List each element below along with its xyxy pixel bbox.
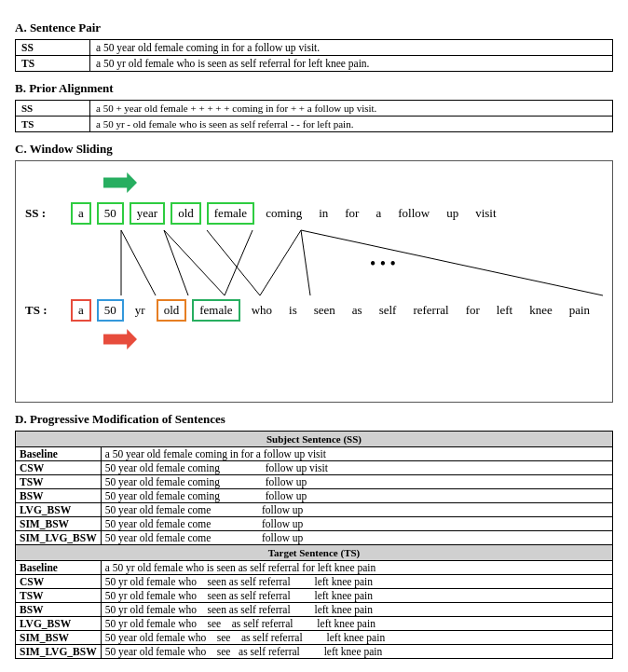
ts-token-is: is xyxy=(283,301,303,320)
ts-bsw-text: 50 yr old female who seen as self referr… xyxy=(101,603,612,617)
ss-align-text: a 50 + year old female + + + + + coming … xyxy=(90,101,613,117)
csw-ss-text: 50 year old female coming follow up visi… xyxy=(101,461,612,475)
ss-text: a 50 year old female coming in for a fol… xyxy=(90,40,613,56)
ss-header-row: Subject Sentence (SS) xyxy=(16,432,613,447)
sentence-pair-table: SS a 50 year old female coming in for a … xyxy=(15,39,613,72)
green-arrow-top xyxy=(100,172,603,197)
section-c-title: C. Window Sliding xyxy=(15,142,613,157)
ts-baseline-text: a 50 yr old female who is seen as self r… xyxy=(101,561,612,575)
ts-header-row: Target Sentence (TS) xyxy=(16,545,613,561)
table-row: TS a 50 yr - old female who is seen as s… xyxy=(16,117,613,132)
lines-svg: • • • xyxy=(25,230,603,295)
svg-line-5 xyxy=(225,230,253,295)
red-arrow-bottom xyxy=(100,329,603,353)
table-row: Baseline a 50 yr old female who is seen … xyxy=(16,561,613,575)
bsw-label: BSW xyxy=(16,489,102,503)
ts-csw-label: CSW xyxy=(16,575,102,589)
table-row: LVG_BSW 50 yr old female who see as self… xyxy=(16,617,613,631)
svg-line-3 xyxy=(164,230,225,295)
table-row: TSW 50 year old female coming follow up xyxy=(16,475,613,489)
ts-lvg-bsw-label: LVG_BSW xyxy=(16,617,102,631)
bsw-ss-text: 50 year old female coming follow up xyxy=(101,489,612,503)
ts-align-text: a 50 yr - old female who is seen as self… xyxy=(90,117,613,132)
ss-token-year: year xyxy=(130,202,165,225)
tsw-label: TSW xyxy=(16,475,102,489)
table-row: TS a 50 yr old female who is seen as sel… xyxy=(16,56,613,72)
ts-token-for: for xyxy=(460,301,485,320)
section-a-title: A. Sentence Pair xyxy=(15,21,613,35)
ts-sim-bsw-text: 50 year old female who see as self refer… xyxy=(101,631,612,645)
sim-bsw-label: SIM_BSW xyxy=(16,517,102,531)
svg-line-7 xyxy=(301,230,310,295)
lvg-bsw-label: LVG_BSW xyxy=(16,503,102,517)
ts-label: TS xyxy=(16,56,90,72)
window-sliding-box: SS : a 50 year old female coming in for … xyxy=(15,160,613,403)
ss-row-label: SS : xyxy=(25,206,59,221)
ts-baseline-label: Baseline xyxy=(16,561,102,575)
ts-tsw-text: 50 yr old female who seen as self referr… xyxy=(101,589,612,603)
ts-token-referral: referral xyxy=(407,301,454,320)
ss-token-a: a xyxy=(71,202,91,225)
ts-bsw-label: BSW xyxy=(16,603,102,617)
table-row: BSW 50 year old female coming follow up xyxy=(16,489,613,503)
ts-label: TS xyxy=(16,117,90,132)
ss-token-for: for xyxy=(339,204,364,223)
table-row: SS a 50 + year old female + + + + + comi… xyxy=(16,101,613,117)
ts-token-female: female xyxy=(192,299,239,322)
baseline-ss-text: a 50 year old female coming in for a fol… xyxy=(101,447,612,461)
table-row: CSW 50 yr old female who seen as self re… xyxy=(16,575,613,589)
table-row: TSW 50 yr old female who seen as self re… xyxy=(16,589,613,603)
section-c: C. Window Sliding SS : a 50 year old fem… xyxy=(15,142,613,403)
sim-lvg-bsw-label: SIM_LVG_BSW xyxy=(16,531,102,545)
ts-token-yr: yr xyxy=(130,301,151,320)
lvg-bsw-ss-text: 50 year old female come follow up xyxy=(101,503,612,517)
backward-arrow-icon xyxy=(103,329,137,350)
forward-arrow-icon xyxy=(103,172,137,193)
ts-csw-text: 50 yr old female who seen as self referr… xyxy=(101,575,612,589)
ts-token-who: who xyxy=(246,301,278,320)
prior-alignment-table: SS a 50 + year old female + + + + + comi… xyxy=(15,100,613,132)
ss-token-in: in xyxy=(313,204,334,223)
table-row: LVG_BSW 50 year old female come follow u… xyxy=(16,503,613,517)
ts-token-old: old xyxy=(157,299,187,322)
section-b-title: B. Prior Alignment xyxy=(15,81,613,96)
ts-token-self: self xyxy=(374,301,403,320)
ts-token-left: left xyxy=(491,301,518,320)
table-row: SIM_BSW 50 year old female who see as se… xyxy=(16,631,613,645)
csw-label: CSW xyxy=(16,461,102,475)
ts-sim-lvg-bsw-label: SIM_LVG_BSW xyxy=(16,645,102,659)
svg-line-2 xyxy=(164,230,188,295)
ts-token-as: as xyxy=(347,301,368,320)
ss-table-header: Subject Sentence (SS) xyxy=(16,432,613,447)
dots-text: • • • xyxy=(370,254,396,273)
ts-sim-bsw-label: SIM_BSW xyxy=(16,631,102,645)
ts-text: a 50 yr old female who is seen as self r… xyxy=(90,56,613,72)
ts-tsw-label: TSW xyxy=(16,589,102,603)
section-d: D. Progressive Modification of Sentences… xyxy=(15,412,613,659)
table-row: SIM_LVG_BSW 50 year old female come foll… xyxy=(16,531,613,545)
section-a: A. Sentence Pair SS a 50 year old female… xyxy=(15,21,613,72)
ts-tokens-row: TS : a 50 yr old female who is seen as s… xyxy=(25,299,603,322)
sim-bsw-ss-text: 50 year old female come follow up xyxy=(101,517,612,531)
alignment-lines: • • • xyxy=(25,230,603,295)
ts-token-50: 50 xyxy=(97,299,124,322)
svg-line-4 xyxy=(207,230,260,295)
tsw-ss-text: 50 year old female coming follow up xyxy=(101,475,612,489)
ss-token-coming: coming xyxy=(260,204,307,223)
ts-lvg-bsw-text: 50 yr old female who see as self referra… xyxy=(101,617,612,631)
ts-row-label: TS : xyxy=(25,303,59,318)
sim-lvg-bsw-ss-text: 50 year old female come follow up xyxy=(101,531,612,545)
ss-token-old: old xyxy=(171,202,201,225)
ts-table-header: Target Sentence (TS) xyxy=(16,545,613,561)
ts-token-knee: knee xyxy=(524,301,558,320)
table-row: SS a 50 year old female coming in for a … xyxy=(16,40,613,56)
ss-token-up: up xyxy=(441,204,464,223)
ss-token-50: 50 xyxy=(97,202,124,225)
baseline-label: Baseline xyxy=(16,447,102,461)
table-row: Baseline a 50 year old female coming in … xyxy=(16,447,613,461)
table-row: BSW 50 yr old female who seen as self re… xyxy=(16,603,613,617)
svg-line-6 xyxy=(260,230,301,295)
ts-token-seen: seen xyxy=(308,301,341,320)
ss-token-a2: a xyxy=(370,204,387,223)
table-row: CSW 50 year old female coming follow up … xyxy=(16,461,613,475)
